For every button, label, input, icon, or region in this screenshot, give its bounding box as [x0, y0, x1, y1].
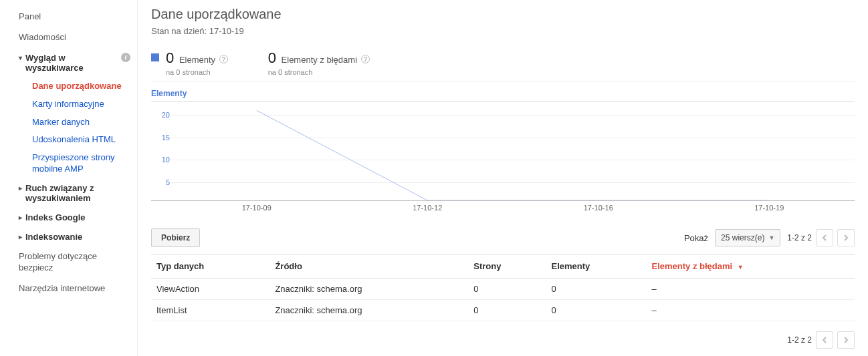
chevron-down-icon: ▾ [19, 53, 25, 61]
sidebar-group-label: Ruch związany z wyszukiwaniem [25, 183, 130, 203]
page-info: 1-2 z 2 [787, 335, 812, 345]
y-tick: 15 [151, 134, 170, 142]
help-icon[interactable]: ? [361, 55, 370, 63]
page-title: Dane uporządkowane [151, 7, 855, 22]
stats-row: 0 Elementy ? na 0 stronach 0 Elementy z … [151, 49, 855, 82]
chevron-down-icon: ▼ [768, 234, 774, 241]
sort-desc-icon: ▼ [738, 264, 744, 271]
stat-value: 0 [166, 49, 174, 67]
sidebar-item-data-highlighter[interactable]: Marker danych [25, 114, 137, 132]
sidebar-item-rich-cards[interactable]: Karty informacyjne [25, 96, 137, 114]
sidebar-item-messages[interactable]: Wiadomości [7, 27, 137, 48]
stat-value: 0 [268, 49, 276, 67]
prev-page-button[interactable] [816, 331, 833, 349]
help-icon[interactable]: ? [219, 55, 228, 63]
download-button[interactable]: Pobierz [151, 228, 200, 247]
data-table: Typ danych Źródło Strony Elementy Elemen… [151, 254, 855, 321]
y-tick: 5 [151, 178, 170, 186]
sidebar-item-panel[interactable]: Panel [7, 7, 137, 27]
prev-page-button[interactable] [816, 229, 833, 246]
show-label: Pokaż [684, 233, 708, 243]
stat-elements[interactable]: 0 Elementy ? na 0 stronach [151, 49, 228, 76]
chart-line-svg [171, 102, 855, 200]
col-source[interactable]: Źródło [269, 254, 468, 279]
table-header-row: Typ danych Źródło Strony Elementy Elemen… [151, 254, 855, 279]
next-page-button[interactable] [837, 331, 855, 349]
col-pages[interactable]: Strony [468, 254, 546, 279]
sidebar-group-google-index[interactable]: ▸ Indeks Google [11, 208, 137, 227]
status-date: Stan na dzień: 17-10-19 [151, 26, 855, 36]
stat-label: Elementy [179, 55, 215, 65]
sidebar-item-security-issues[interactable]: Problemy dotyczące bezpiecz [7, 246, 137, 279]
sidebar-group-label: Indeks Google [25, 212, 130, 222]
sidebar-item-amp[interactable]: Przyspieszone strony mobilne AMP [25, 149, 137, 178]
col-type[interactable]: Typ danych [151, 254, 269, 279]
stat-sub: na 0 stronach [268, 68, 370, 76]
sidebar-group-label: Wygląd w wyszukiwarce [25, 53, 121, 73]
sidebar-group-search-traffic[interactable]: ▸ Ruch związany z wyszukiwaniem [11, 178, 137, 208]
rows-per-page-select[interactable]: 25 wiersz(e) ▼ [715, 229, 780, 246]
x-tick: 17-10-19 [684, 204, 855, 212]
table-row[interactable]: ItemList Znaczniki: schema.org 0 0 – [151, 300, 855, 321]
sidebar-group-label: Indeksowanie [25, 232, 130, 242]
x-tick: 17-10-09 [171, 204, 342, 212]
sidebar-group-search-appearance[interactable]: ▾ Wygląd w wyszukiwarce i [11, 48, 137, 77]
legend-swatch-blue [151, 53, 159, 61]
sidebar-item-web-tools[interactable]: Narzędzia internetowe [7, 279, 137, 299]
stat-sub: na 0 stronach [166, 68, 228, 76]
sidebar-item-structured-data[interactable]: Dane uporządkowane [25, 77, 137, 96]
chart-section: Elementy 20 15 10 5 17-10-09 17-10-12 [151, 89, 855, 212]
table-toolbar: Pobierz Pokaż 25 wiersz(e) ▼ 1-2 z 2 [151, 228, 855, 247]
col-errors[interactable]: Elementy z błędami ▼ [647, 254, 855, 279]
chart-title: Elementy [151, 89, 855, 98]
sidebar: Panel Wiadomości ▾ Wygląd w wyszukiwarce… [0, 0, 137, 356]
sidebar-group-crawl[interactable]: ▸ Indeksowanie [11, 227, 137, 246]
page-info: 1-2 z 2 [787, 233, 812, 242]
chevron-right-icon: ▸ [19, 183, 25, 192]
chevron-right-icon: ▸ [19, 212, 25, 221]
stat-errors[interactable]: 0 Elementy z błędami ? na 0 stronach [268, 49, 370, 76]
line-chart[interactable]: 20 15 10 5 [151, 101, 855, 201]
x-tick: 17-10-16 [513, 204, 684, 212]
col-elements[interactable]: Elementy [546, 254, 647, 279]
y-tick: 20 [151, 111, 170, 119]
sidebar-item-html-improvements[interactable]: Udoskonalenia HTML [25, 131, 137, 149]
info-icon[interactable]: i [121, 53, 130, 62]
pager-bottom: 1-2 z 2 [151, 331, 855, 349]
pager-top: 1-2 z 2 [787, 229, 855, 246]
y-tick: 10 [151, 156, 170, 164]
x-axis: 17-10-09 17-10-12 17-10-16 17-10-19 [171, 204, 855, 212]
main-content: Dane uporządkowane Stan na dzień: 17-10-… [137, 0, 868, 356]
table-row[interactable]: ViewAction Znaczniki: schema.org 0 0 – [151, 279, 855, 300]
stat-label: Elementy z błędami [282, 55, 357, 65]
x-tick: 17-10-12 [342, 204, 514, 212]
chevron-right-icon: ▸ [19, 232, 25, 240]
next-page-button[interactable] [837, 229, 855, 246]
